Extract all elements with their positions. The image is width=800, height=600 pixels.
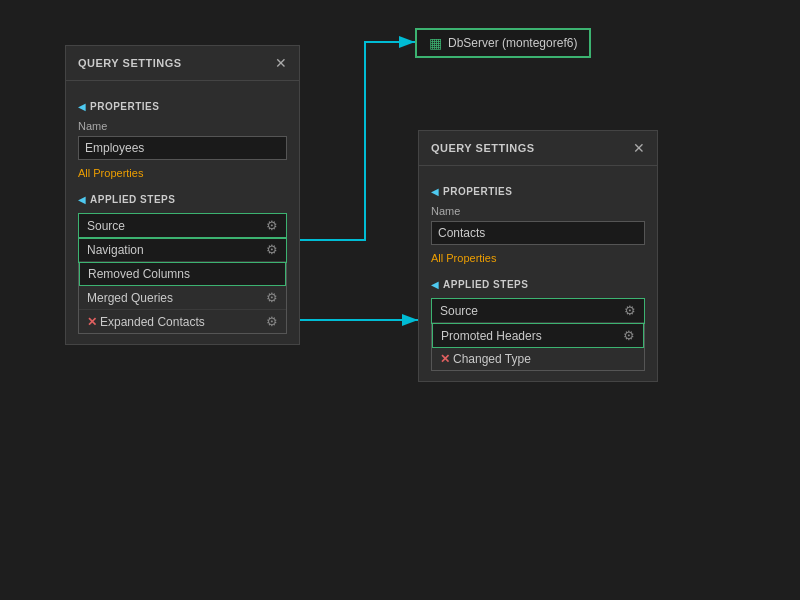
left-steps-toggle: ◀ [78, 194, 86, 205]
right-panel-body: ◀ PROPERTIES Name All Properties ◀ APPLI… [419, 166, 657, 381]
db-icon: ▦ [429, 35, 442, 51]
left-panel-header: QUERY SETTINGS ✕ [66, 46, 299, 81]
left-name-label: Name [78, 120, 287, 132]
left-step-expanded-contacts-label: ✕Expanded Contacts [87, 315, 205, 329]
left-step-navigation[interactable]: Navigation ⚙ [79, 238, 286, 262]
left-step-navigation-gear[interactable]: ⚙ [266, 242, 278, 257]
left-name-input[interactable] [78, 136, 287, 160]
right-name-input[interactable] [431, 221, 645, 245]
left-step-expanded-contacts-gear[interactable]: ⚙ [266, 314, 278, 329]
right-properties-toggle: ◀ [431, 186, 439, 197]
left-step-expanded-contacts[interactable]: ✕Expanded Contacts ⚙ [79, 310, 286, 333]
right-properties-section: ◀ PROPERTIES [431, 186, 645, 197]
right-all-props-link[interactable]: All Properties [431, 252, 496, 264]
left-steps-list: Source ⚙ Navigation ⚙ Removed Columns Me… [78, 213, 287, 334]
db-server-label: DbServer (montegoref6) [448, 36, 577, 50]
right-name-label: Name [431, 205, 645, 217]
right-steps-title: APPLIED STEPS [443, 279, 528, 290]
right-step-promoted-headers-gear[interactable]: ⚙ [623, 328, 635, 343]
left-step-merged-queries-gear[interactable]: ⚙ [266, 290, 278, 305]
right-panel-header: QUERY SETTINGS ✕ [419, 131, 657, 166]
db-server-box: ▦ DbServer (montegoref6) [415, 28, 591, 58]
left-step-merged-queries[interactable]: Merged Queries ⚙ [79, 286, 286, 310]
left-all-props-link[interactable]: All Properties [78, 167, 143, 179]
left-properties-section: ◀ PROPERTIES [78, 101, 287, 112]
right-step-changed-type[interactable]: ✕Changed Type [432, 348, 644, 370]
left-properties-toggle: ◀ [78, 101, 86, 112]
right-steps-toggle: ◀ [431, 279, 439, 290]
right-steps-list: Source ⚙ Promoted Headers ⚙ ✕Changed Typ… [431, 298, 645, 371]
left-step-removed-columns[interactable]: Removed Columns [79, 262, 286, 286]
right-step-promoted-headers[interactable]: Promoted Headers ⚙ [432, 323, 644, 348]
left-properties-title: PROPERTIES [90, 101, 159, 112]
left-step-navigation-label: Navigation [87, 243, 144, 257]
left-step-source[interactable]: Source ⚙ [79, 214, 286, 238]
right-step-source-label: Source [440, 304, 478, 318]
arrow-to-dbserver [300, 42, 415, 240]
left-step-removed-columns-label: Removed Columns [88, 267, 190, 281]
right-step-source[interactable]: Source ⚙ [432, 299, 644, 323]
left-panel-body: ◀ PROPERTIES Name All Properties ◀ APPLI… [66, 81, 299, 344]
right-query-panel: QUERY SETTINGS ✕ ◀ PROPERTIES Name All P… [418, 130, 658, 382]
right-close-button[interactable]: ✕ [633, 141, 645, 155]
left-steps-title: APPLIED STEPS [90, 194, 175, 205]
right-panel-title: QUERY SETTINGS [431, 142, 535, 154]
right-properties-title: PROPERTIES [443, 186, 512, 197]
left-query-panel: QUERY SETTINGS ✕ ◀ PROPERTIES Name All P… [65, 45, 300, 345]
left-step-source-gear[interactable]: ⚙ [266, 218, 278, 233]
left-close-button[interactable]: ✕ [275, 56, 287, 70]
right-step-source-gear[interactable]: ⚙ [624, 303, 636, 318]
left-steps-section: ◀ APPLIED STEPS [78, 194, 287, 205]
left-panel-title: QUERY SETTINGS [78, 57, 182, 69]
left-step-merged-queries-label: Merged Queries [87, 291, 173, 305]
right-step-changed-type-label: ✕Changed Type [440, 352, 531, 366]
right-steps-section: ◀ APPLIED STEPS [431, 279, 645, 290]
left-step-source-label: Source [87, 219, 125, 233]
right-step-promoted-headers-label: Promoted Headers [441, 329, 542, 343]
